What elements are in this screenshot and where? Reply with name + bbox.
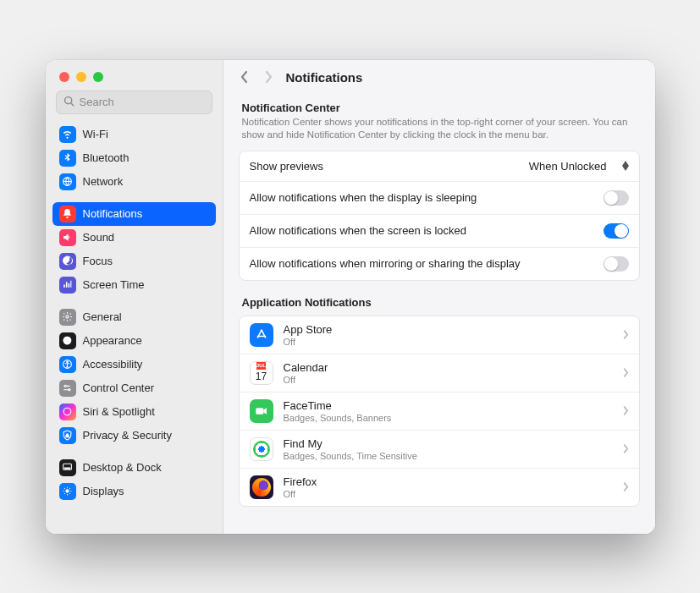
calendar-icon: JUL17 [250, 361, 273, 385]
wifi-icon [59, 126, 76, 143]
app-name: Calendar [284, 361, 613, 374]
sound-icon [59, 229, 76, 246]
app-sub: Badges, Sounds, Banners [284, 413, 613, 423]
app-name: Firefox [284, 475, 613, 488]
setting-row-allow-mirroring: Allow notifications when mirroring or sh… [240, 247, 639, 280]
app-sub: Off [284, 375, 613, 385]
updown-icon[interactable] [622, 161, 629, 171]
sidebar-item-label: Accessibility [83, 358, 143, 371]
sidebar-item-bluetooth[interactable]: Bluetooth [52, 146, 216, 170]
svg-point-6 [67, 361, 69, 363]
sidebar-item-general[interactable]: General [52, 305, 216, 329]
control-center-icon [59, 380, 76, 397]
sidebar-item-focus[interactable]: Focus [52, 250, 216, 273]
appearance-icon [59, 332, 76, 349]
app-sub: Off [284, 489, 613, 499]
toggle-allow-sleeping[interactable] [604, 190, 629, 206]
chevron-right-icon [623, 330, 629, 339]
sidebar-item-label: Screen Time [83, 278, 145, 291]
desktop-dock-icon [59, 459, 76, 476]
content-pane: Notifications Notification Center Notifi… [223, 60, 655, 534]
toggle-allow-mirroring[interactable] [604, 256, 629, 272]
app-row-facetime[interactable]: FaceTimeBadges, Sounds, Banners [240, 392, 639, 430]
general-settings-card: Show previewsWhen UnlockedAllow notifica… [239, 151, 640, 281]
setting-row-allow-locked: Allow notifications when the screen is l… [240, 214, 639, 247]
app-store-icon [250, 323, 273, 347]
sidebar-item-displays[interactable]: Displays [52, 480, 216, 503]
sidebar-item-label: Network [83, 175, 124, 188]
header: Notifications [223, 60, 655, 93]
bluetooth-icon [59, 150, 76, 167]
app-name: App Store [284, 323, 613, 336]
sidebar-item-label: General [83, 310, 122, 323]
window-controls [46, 60, 223, 91]
svg-point-0 [64, 96, 71, 103]
sidebar-item-label: Bluetooth [83, 151, 130, 164]
sidebar-item-label: Appearance [83, 334, 142, 347]
search-input[interactable] [80, 96, 205, 108]
sidebar-list[interactable]: Wi-FiBluetoothNetworkNotificationsSoundF… [46, 123, 223, 534]
setting-label: Show previews [250, 160, 323, 173]
network-icon [59, 173, 76, 190]
search-field[interactable] [56, 91, 212, 114]
sidebar-item-control-center[interactable]: Control Center [52, 376, 216, 400]
accessibility-icon [59, 356, 76, 373]
sidebar: Wi-FiBluetoothNetworkNotificationsSoundF… [46, 60, 223, 534]
svg-line-1 [70, 102, 73, 105]
svg-point-9 [63, 408, 71, 415]
app-name: FaceTime [284, 399, 613, 412]
app-notifications-heading: Application Notifications [239, 281, 640, 316]
sidebar-item-label: Notifications [83, 207, 143, 220]
sidebar-item-sound[interactable]: Sound [52, 226, 216, 250]
sidebar-item-label: Wi-Fi [83, 128, 108, 140]
forward-button[interactable] [262, 70, 274, 84]
sidebar-item-label: Control Center [83, 382, 155, 394]
minimize-window-button[interactable] [76, 72, 86, 82]
sidebar-item-wifi[interactable]: Wi-Fi [52, 123, 216, 146]
displays-icon [59, 483, 76, 500]
facetime-icon [250, 399, 273, 423]
toggle-allow-locked[interactable] [604, 223, 629, 239]
nc-title: Notification Center [242, 102, 637, 114]
svg-point-8 [69, 389, 70, 391]
page-title: Notifications [286, 70, 363, 85]
sidebar-item-screen-time[interactable]: Screen Time [52, 273, 216, 297]
sidebar-item-desktop-dock[interactable]: Desktop & Dock [52, 456, 216, 480]
chevron-right-icon [623, 406, 629, 415]
app-row-app-store[interactable]: App StoreOff [240, 316, 639, 354]
siri-spotlight-icon [59, 404, 76, 420]
focus-icon [59, 253, 76, 270]
chevron-right-icon [623, 368, 629, 377]
svg-point-7 [64, 385, 66, 387]
sidebar-item-privacy-security[interactable]: Privacy & Security [52, 424, 216, 447]
chevron-right-icon [623, 444, 629, 453]
chevron-right-icon [623, 482, 629, 491]
back-button[interactable] [239, 70, 251, 84]
sidebar-item-label: Privacy & Security [83, 429, 172, 442]
app-notifications-card: App StoreOffJUL17CalendarOffFaceTimeBadg… [239, 316, 640, 507]
sidebar-item-accessibility[interactable]: Accessibility [52, 353, 216, 376]
sidebar-item-label: Siri & Spotlight [83, 405, 155, 418]
sidebar-item-notifications[interactable]: Notifications [52, 202, 216, 226]
setting-label: Allow notifications when mirroring or sh… [250, 257, 521, 270]
close-window-button[interactable] [59, 72, 69, 82]
app-row-find-my[interactable]: Find MyBadges, Sounds, Time Sensitive [240, 430, 639, 468]
svg-point-12 [65, 489, 69, 492]
setting-value[interactable]: When Unlocked [529, 160, 607, 173]
sidebar-item-label: Sound [83, 231, 115, 244]
firefox-icon [250, 475, 273, 499]
app-row-firefox[interactable]: FirefoxOff [240, 468, 639, 506]
app-sub: Off [284, 337, 613, 347]
content-scroll[interactable]: Notification Center Notification Center … [223, 93, 655, 534]
notifications-icon [59, 206, 76, 222]
notification-center-heading: Notification Center Notification Center … [239, 93, 640, 151]
privacy-security-icon [59, 427, 76, 444]
maximize-window-button[interactable] [93, 72, 103, 82]
sidebar-item-label: Focus [83, 255, 113, 267]
screen-time-icon [59, 277, 76, 294]
sidebar-item-network[interactable]: Network [52, 170, 216, 194]
setting-row-allow-sleeping: Allow notifications when the display is … [240, 181, 639, 214]
sidebar-item-appearance[interactable]: Appearance [52, 329, 216, 353]
sidebar-item-siri-spotlight[interactable]: Siri & Spotlight [52, 400, 216, 424]
app-row-calendar[interactable]: JUL17CalendarOff [240, 354, 639, 392]
